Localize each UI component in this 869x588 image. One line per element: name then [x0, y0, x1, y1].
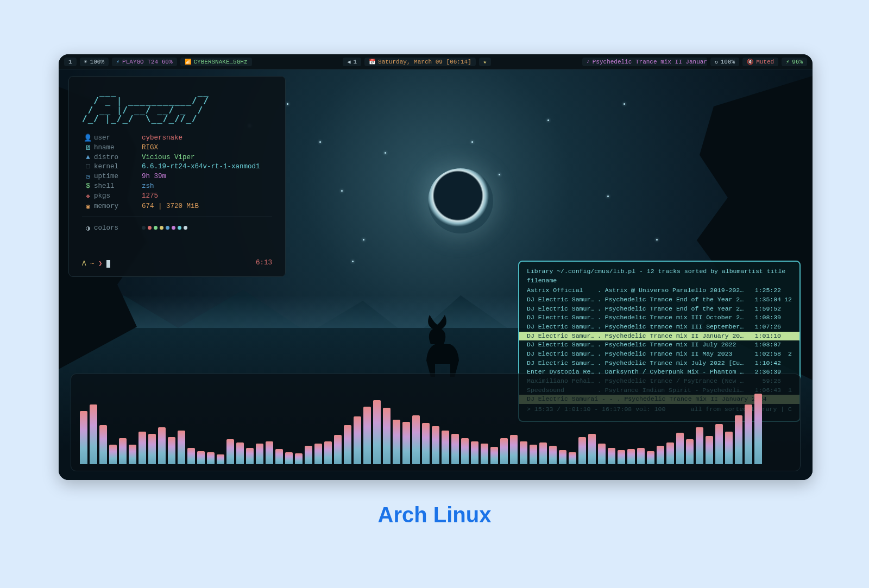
viz-bar	[305, 446, 312, 464]
viz-bar	[530, 445, 537, 464]
viz-bar	[226, 439, 234, 464]
viz-bar	[246, 448, 254, 464]
viz-bar	[129, 445, 136, 464]
viz-bar	[657, 446, 664, 464]
cmus-track-row[interactable]: DJ Electric Samur…. Psychedelic Trance m…	[519, 332, 799, 341]
viz-bar	[754, 394, 762, 464]
viz-bar	[80, 411, 87, 464]
viz-bar	[442, 431, 449, 464]
volume-pill[interactable]: 🔇Muted	[742, 58, 778, 66]
viz-bar	[549, 446, 557, 464]
viz-bar	[569, 452, 576, 464]
viz-bar	[236, 442, 244, 464]
viz-bar	[90, 404, 97, 464]
viz-bar	[578, 437, 586, 464]
colors-label: colors	[94, 223, 142, 233]
star-pill[interactable]: ★	[479, 58, 491, 66]
wifi-pill[interactable]: 📶CYBERSNAKE_5GHz	[180, 58, 252, 66]
viz-bar	[510, 435, 518, 464]
viz-bar	[217, 454, 224, 464]
desktop-viewport: 1 ☀100% ⚡PLAYGO T24 60% 📶CYBERSNAKE_5GHz…	[59, 54, 813, 480]
deer-graphic	[406, 312, 471, 377]
viz-bar	[706, 436, 713, 464]
viz-bar	[109, 445, 117, 464]
viz-bar	[334, 435, 342, 464]
sysinfo-row-uptime: ◷uptime9h 39m	[82, 171, 260, 181]
cmus-track-row[interactable]: DJ Electric Samur…. Psychedelic Trance m…	[527, 359, 792, 368]
tray-pill[interactable]: ◀1	[343, 58, 361, 66]
viz-bar	[187, 448, 195, 464]
fetch-window[interactable]: ___ __ / _ | ___________/ / / __ |/ __/ …	[68, 76, 286, 277]
viz-bar	[715, 424, 723, 464]
cmus-track-row[interactable]: DJ Electric Samur…. Psychedelic trance m…	[527, 323, 792, 332]
viz-bar	[295, 453, 303, 464]
viz-bar	[354, 416, 361, 464]
viz-bar	[500, 438, 508, 464]
viz-bar	[647, 451, 654, 464]
brightness-pill[interactable]: ☀100%	[80, 58, 109, 66]
viz-bar	[481, 444, 488, 464]
viz-bar	[285, 452, 293, 464]
viz-bar	[275, 449, 283, 464]
viz-bar	[490, 447, 498, 464]
viz-bar	[539, 442, 547, 464]
viz-bar	[344, 425, 351, 464]
sysinfo-row-distro: ▲distroVicious Viper	[82, 153, 260, 162]
prompt-clock: 6:13	[256, 259, 272, 268]
workspace-indicator[interactable]: 1	[64, 58, 77, 66]
sysinfo-row-hname: 🖥hnameRIGX	[82, 143, 260, 153]
viz-bar	[618, 450, 625, 464]
sysinfo-table: 👤usercybersnake🖥hnameRIGX▲distroVicious …	[82, 132, 260, 211]
viz-bar	[178, 431, 185, 464]
viz-bar	[119, 438, 127, 464]
viz-bar	[745, 404, 752, 464]
palette-icon: ◑	[82, 223, 94, 233]
status-bar: 1 ☀100% ⚡PLAYGO T24 60% 📶CYBERSNAKE_5GHz…	[59, 54, 813, 69]
viz-bar	[158, 427, 166, 464]
cmus-track-row[interactable]: Astrix Official. Astrix @ Universo Paral…	[527, 286, 792, 295]
viz-bar	[314, 444, 322, 464]
viz-bar	[559, 450, 566, 464]
viz-bar	[324, 441, 332, 464]
viz-bar	[451, 434, 459, 464]
viz-bar	[725, 432, 733, 464]
ascii-logo: ___ __ / _ | ___________/ / / __ |/ __/ …	[82, 87, 272, 124]
viz-bar	[686, 439, 694, 464]
viz-bar	[138, 432, 146, 464]
viz-bar	[373, 400, 381, 464]
viz-bar	[363, 407, 371, 464]
cmus-header: Library ~/.config/cmus/lib.pl - 12 track…	[527, 267, 792, 285]
color-swatches	[142, 223, 190, 233]
viz-bar	[412, 415, 420, 464]
gpu-pill[interactable]: ⚡PLAYGO T24 60%	[112, 58, 177, 66]
datetime-pill[interactable]: 📅Saturday, March 09 [06:14]	[364, 58, 476, 66]
viz-bar	[168, 437, 175, 464]
viz-bar	[696, 427, 703, 464]
battery-pill[interactable]: ⚡96%	[782, 58, 807, 66]
music-pill[interactable]: ♪Psychedelic Trance mix II Januar…	[582, 58, 707, 66]
viz-bar	[608, 448, 615, 464]
cmus-track-row[interactable]: DJ Electric Samur…. Psychedelic Trance m…	[527, 350, 792, 359]
viz-bar	[256, 444, 263, 464]
cmus-track-row[interactable]: DJ Electric Samur…. Psychedelic Trance m…	[527, 340, 792, 350]
viz-bar	[735, 415, 742, 464]
viz-bar	[588, 434, 596, 464]
cmus-track-row[interactable]: DJ Electric Samur…. Psychedelic Trance E…	[527, 295, 792, 305]
cmus-track-row[interactable]: DJ Electric Samur…. Psychedelic Trance m…	[527, 313, 792, 323]
viz-bar	[383, 408, 391, 464]
shell-prompt[interactable]: Λ ~ ❯	[82, 259, 110, 268]
viz-bar	[422, 423, 430, 464]
audio-visualizer	[71, 374, 801, 471]
viz-bar	[432, 426, 439, 464]
sysinfo-row-user: 👤usercybersnake	[82, 132, 260, 143]
viz-bar	[520, 441, 527, 464]
cmus-track-row[interactable]: DJ Electric Samur…. Psychedelic Trance E…	[527, 305, 792, 314]
loop-pill[interactable]: ↻100%	[710, 58, 739, 66]
viz-bar	[471, 441, 478, 464]
viz-bar	[598, 444, 606, 464]
sysinfo-row-shell: $shellzsh	[82, 181, 260, 191]
sysinfo-row-memory: ◉memory674 | 3720 MiB	[82, 201, 260, 211]
viz-bar	[637, 448, 645, 464]
viz-bar	[266, 441, 273, 464]
viz-bar	[197, 451, 205, 464]
